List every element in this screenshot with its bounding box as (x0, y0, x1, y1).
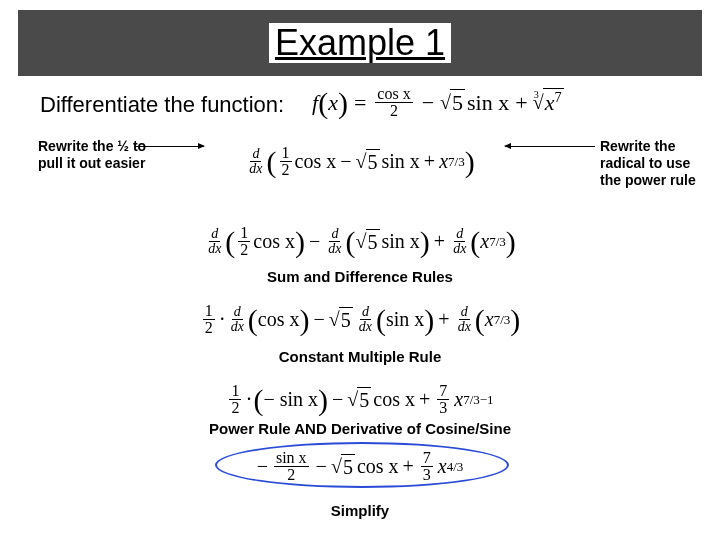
label-simplify: Simplify (0, 502, 720, 519)
final-equation: − sin x2 − √5 cos x + 73 x4/3 (0, 450, 720, 483)
frac-den: 2 (388, 103, 400, 119)
cuberoot: √ x7 (533, 88, 564, 117)
fn-arg: x (328, 90, 338, 116)
label-power-rule: Power Rule AND Derivative of Cosine/Sine (0, 420, 720, 437)
step1-equation: ddx ( 12 cos x − √5 sin x + x7/3 ) (0, 140, 720, 178)
step2-equation: ddx ( 12 cos x ) − ddx ( √5 sin x ) + dd… (0, 220, 720, 258)
main-equation: f ( x ) = cos x 2 − √5 sin x + 3 √ x7 (312, 86, 564, 119)
step3-equation: 12 · ddx (cos x) − √5 ddx (sin x) + ddx … (0, 298, 720, 336)
sinx: sin x (467, 90, 509, 116)
frac-num: cos x (375, 86, 412, 103)
subtitle: Differentiate the function: (40, 92, 284, 118)
step4-equation: 12 · (− sin x) − √5 cos x + 73 x7/3−1 (0, 378, 720, 416)
label-sum-difference: Sum and Difference Rules (0, 268, 720, 285)
sqrt5: √5 (440, 89, 465, 116)
frac-cosx-2: cos x 2 (375, 86, 412, 119)
page-title: Example 1 (269, 23, 451, 63)
label-constant-multiple: Constant Multiple Rule (0, 348, 720, 365)
title-bar: Example 1 (18, 10, 702, 76)
